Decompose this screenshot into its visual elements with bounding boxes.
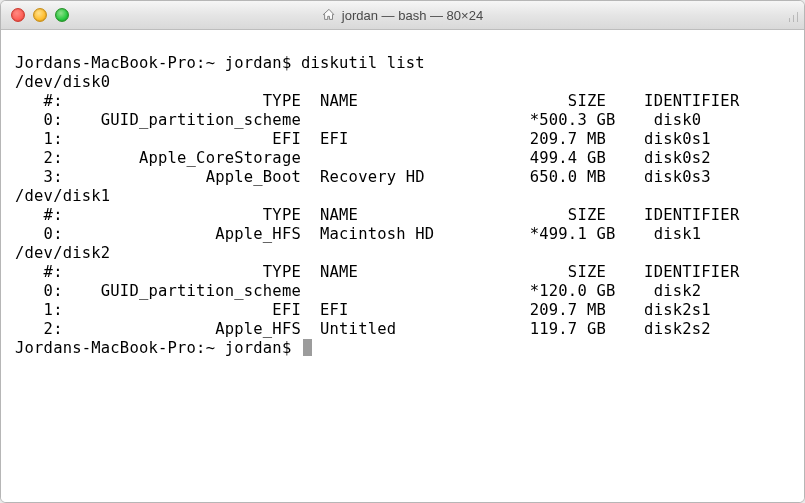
titlebar[interactable]: jordan — bash — 80×24	[1, 1, 804, 30]
minimize-button[interactable]	[33, 8, 47, 22]
cursor	[303, 339, 312, 356]
resize-handle-icon[interactable]	[784, 8, 798, 22]
window-title-area: jordan — bash — 80×24	[1, 8, 804, 23]
zoom-button[interactable]	[55, 8, 69, 22]
terminal-output[interactable]: Jordans-MacBook-Pro:~ jordan$ diskutil l…	[1, 46, 804, 504]
close-button[interactable]	[11, 8, 25, 22]
terminal-window: jordan — bash — 80×24 Jordans-MacBook-Pr…	[0, 0, 805, 503]
traffic-lights	[1, 1, 69, 29]
home-icon	[322, 8, 336, 22]
window-title-text: jordan — bash — 80×24	[342, 8, 483, 23]
